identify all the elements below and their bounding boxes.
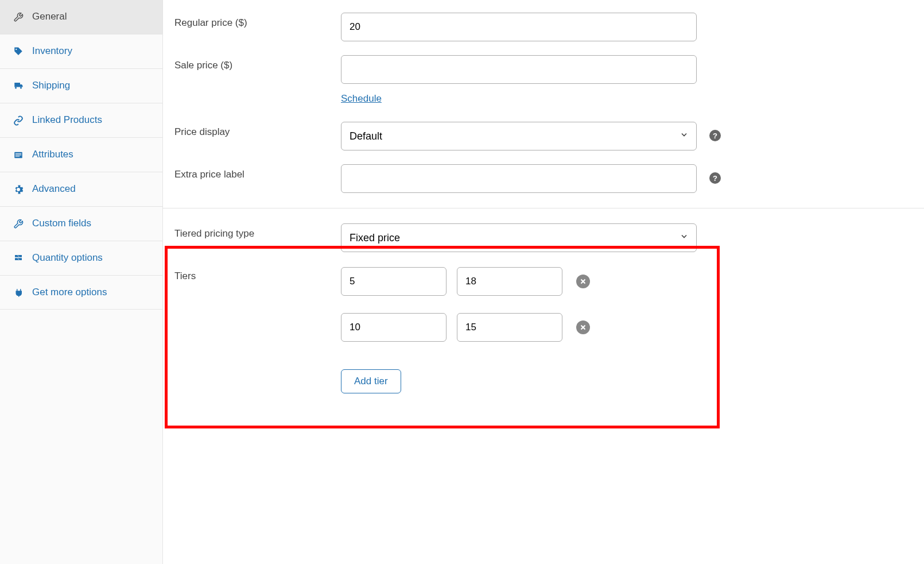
stack-icon <box>13 253 24 264</box>
truck-icon <box>13 81 24 91</box>
extra-price-label: Extra price label <box>174 164 341 180</box>
svg-rect-1 <box>15 153 22 154</box>
wrench-icon <box>13 12 24 22</box>
sidebar-item-advanced[interactable]: Advanced <box>0 172 162 207</box>
row-regular-price: Regular price ($) <box>163 6 924 48</box>
help-icon[interactable]: ? <box>709 130 721 141</box>
schedule-link[interactable]: Schedule <box>341 93 382 104</box>
sidebar-item-inventory[interactable]: Inventory <box>0 34 162 69</box>
sidebar-item-linked-products[interactable]: Linked Products <box>0 103 162 138</box>
price-display-select[interactable]: Default <box>341 122 697 150</box>
tiered-pricing-type-label: Tiered pricing type <box>174 223 341 239</box>
row-price-display: Price display Default ? <box>163 115 924 157</box>
row-extra-price-label: Extra price label ? <box>163 157 924 200</box>
svg-rect-3 <box>15 156 20 157</box>
link-icon <box>13 115 24 126</box>
tiers-label: Tiers <box>174 266 341 282</box>
sidebar-item-custom-fields[interactable]: Custom fields <box>0 207 162 241</box>
gear-icon <box>13 184 24 195</box>
svg-rect-2 <box>15 154 22 155</box>
extra-price-input[interactable] <box>341 164 697 193</box>
sidebar-item-label: Quantity options <box>32 252 150 265</box>
regular-price-label: Regular price ($) <box>174 13 341 29</box>
help-icon[interactable]: ? <box>709 172 721 184</box>
price-display-label: Price display <box>174 122 341 138</box>
sidebar-item-label: Attributes <box>32 148 150 161</box>
sidebar-item-label: Shipping <box>32 79 150 92</box>
sidebar-item-label: Linked Products <box>32 114 150 127</box>
sidebar-item-get-more-options[interactable]: Get more options <box>0 276 162 310</box>
tier-price-input[interactable] <box>457 267 562 296</box>
sale-price-label: Sale price ($) <box>174 55 341 71</box>
remove-tier-button[interactable] <box>576 320 590 334</box>
remove-tier-button[interactable] <box>576 275 590 288</box>
add-tier-button[interactable]: Add tier <box>341 369 401 393</box>
row-tiers: Tiers <box>163 259 924 366</box>
row-tiered-pricing-type: Tiered pricing type Fixed price <box>163 217 924 259</box>
sidebar-item-quantity-options[interactable]: Quantity options <box>0 241 162 276</box>
sidebar-item-general[interactable]: General <box>0 0 162 34</box>
tier-row <box>341 313 590 342</box>
tier-price-input[interactable] <box>457 313 562 342</box>
sale-price-input[interactable] <box>341 55 697 84</box>
sidebar-item-label: Inventory <box>32 45 150 58</box>
sidebar-item-label: Custom fields <box>32 217 150 230</box>
sidebar-item-label: Get more options <box>32 286 150 299</box>
sidebar-item-shipping[interactable]: Shipping <box>0 69 162 103</box>
sidebar-item-label: General <box>32 10 150 24</box>
tiered-pricing-type-select[interactable]: Fixed price <box>341 223 697 252</box>
sidebar-item-attributes[interactable]: Attributes <box>0 138 162 172</box>
list-icon <box>13 150 24 160</box>
divider <box>163 208 924 208</box>
main-panel: Regular price ($) Sale price ($) Schedul… <box>163 0 924 564</box>
row-sale-price: Sale price ($) <box>163 48 924 91</box>
tag-icon <box>13 47 24 57</box>
product-data-tabs: General Inventory Shipping Linked Produc… <box>0 0 163 564</box>
wrench-icon <box>13 219 24 229</box>
tier-qty-input[interactable] <box>341 313 447 342</box>
regular-price-input[interactable] <box>341 13 697 41</box>
plug-icon <box>13 288 24 298</box>
tier-row <box>341 267 590 296</box>
tier-qty-input[interactable] <box>341 267 447 296</box>
sidebar-item-label: Advanced <box>32 183 150 196</box>
